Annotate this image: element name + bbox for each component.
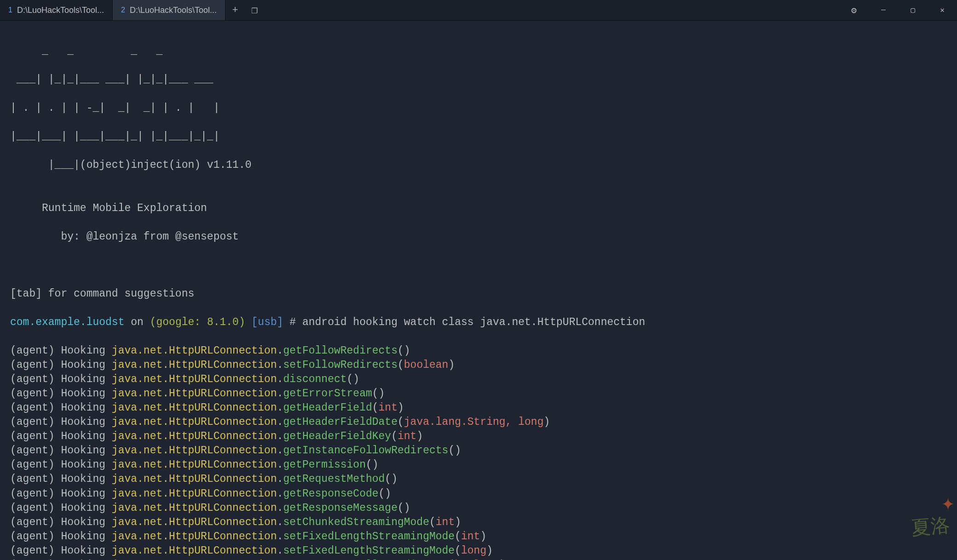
hook-args: int [379,402,398,414]
new-tab-button[interactable]: + [225,0,245,20]
hook-method: getHeaderFieldKey [283,430,392,442]
tab-strip: 1 D:\LuoHackTools\Tool... 2 D:\LuoHackTo… [0,0,264,20]
hook-line: (agent) Hooking java.net.HttpURLConnecti… [10,458,947,472]
hook-method: getHeaderFieldDate [283,416,398,428]
hook-line: (agent) Hooking java.net.HttpURLConnecti… [10,515,947,530]
tab-overview-icon[interactable]: ❐ [245,0,264,20]
hook-line: (agent) Hooking java.net.HttpURLConnecti… [10,387,947,401]
hook-method: setFixedLengthStreamingMode [283,531,455,543]
hook-method: getHeaderField [283,402,372,414]
prompt-usb: [usb] [245,316,290,328]
hook-line: (agent) Hooking java.net.HttpURLConnecti… [10,401,947,415]
hook-line: (agent) Hooking java.net.HttpURLConnecti… [10,429,947,444]
titlebar: 1 D:\LuoHackTools\Tool... 2 D:\LuoHackTo… [0,0,957,21]
hook-line: (agent) Hooking java.net.HttpURLConnecti… [10,558,947,560]
banner-line: ___| |_|_|___ ___| |_|_|___ ___ [10,73,947,87]
banner-line: | . | . | | -_| _| _| | . | | [10,101,947,115]
hook-method: getRequestMethod [283,473,385,485]
hook-line: (agent) Hooking java.net.HttpURLConnecti… [10,358,947,372]
hook-method: getErrorStream [283,388,372,400]
hook-method: getPermission [283,459,366,471]
hook-line: (agent) Hooking java.net.HttpURLConnecti… [10,372,947,387]
window-controls: ⚙ — ▢ ✕ [839,0,957,20]
hook-args: int [398,430,416,442]
settings-icon[interactable]: ⚙ [839,0,869,20]
prompt-device: (google: 8.1.0) [150,316,245,328]
hook-method: setFollowRedirects [283,359,398,371]
hook-method: getResponseCode [283,488,379,500]
hook-line: (agent) Hooking java.net.HttpURLConnecti… [10,444,947,458]
minimize-button[interactable]: — [869,0,898,20]
prompt-line: com.example.luodst on (google: 8.1.0) [u… [10,315,947,330]
hook-line: (agent) Hooking java.net.HttpURLConnecti… [10,501,947,515]
hook-args: int [461,531,480,543]
banner-line: _ _ _ _ [10,44,947,58]
maximize-button[interactable]: ▢ [898,0,928,20]
hook-method: getResponseMessage [283,502,398,514]
prompt-command: android hooking watch class java.net.Htt… [302,316,645,328]
prompt-package: com.example.luodst [10,316,124,328]
hook-args: int [436,516,455,528]
banner-line: |___|(object)inject(ion) v1.11.0 [10,158,947,172]
tab-hint: [tab] for command suggestions [10,287,947,301]
hook-args: java.lang.String, long [404,416,544,428]
hook-method: setFixedLengthStreamingMode [283,545,455,557]
banner-line: by: @leonjza from @sensepost [10,230,947,244]
tab-index: 1 [8,6,12,14]
terminal-output[interactable]: _ _ _ _ ___| |_|_|___ ___| |_|_|___ ___ … [0,21,957,560]
hook-method: getFollowRedirects [283,345,398,357]
hook-args: long [461,545,486,557]
banner-line: |___|___| |___|___|_| |_|___|_|_| [10,130,947,144]
hook-method: getInstanceFollowRedirects [283,445,449,457]
hook-line: (agent) Hooking java.net.HttpURLConnecti… [10,544,947,558]
hook-line: (agent) Hooking java.net.HttpURLConnecti… [10,344,947,358]
hook-line: (agent) Hooking java.net.HttpURLConnecti… [10,487,947,501]
close-button[interactable]: ✕ [928,0,957,20]
tab-1[interactable]: 1 D:\LuoHackTools\Tool... [0,0,113,20]
hook-line: (agent) Hooking java.net.HttpURLConnecti… [10,472,947,486]
hook-line: (agent) Hooking java.net.HttpURLConnecti… [10,415,947,429]
hook-args: boolean [404,359,449,371]
tab-2[interactable]: 2 D:\LuoHackTools\Tool... [113,0,225,20]
hook-method: setChunkedStreamingMode [283,516,429,528]
tab-index: 2 [121,6,125,14]
tab-label: D:\LuoHackTools\Tool... [17,6,104,15]
hook-line: (agent) Hooking java.net.HttpURLConnecti… [10,530,947,544]
tab-label: D:\LuoHackTools\Tool... [130,6,217,15]
banner-line: Runtime Mobile Exploration [10,201,947,216]
hook-method: disconnect [283,373,347,385]
